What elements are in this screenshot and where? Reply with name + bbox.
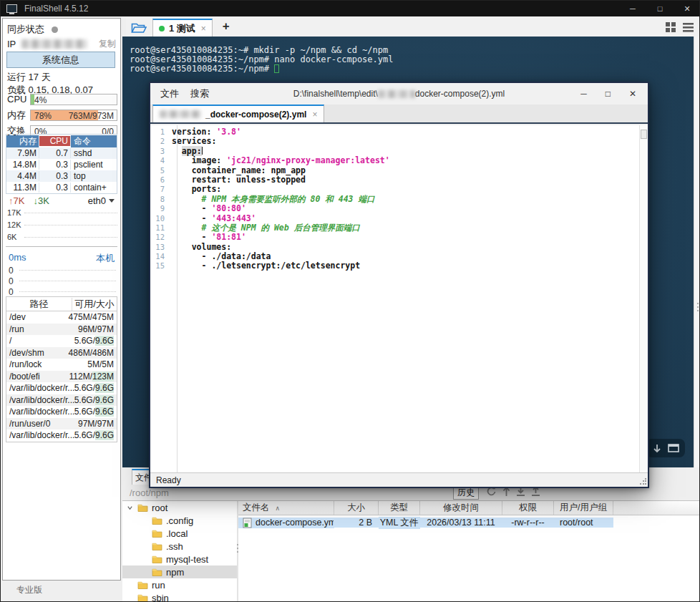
disk-row[interactable]: /run96M/97M [6, 324, 117, 336]
editor-menu-search[interactable]: 搜索 [190, 87, 209, 100]
tree-item-root[interactable]: root [122, 501, 237, 514]
process-header-2[interactable]: 命令 [71, 135, 117, 147]
session-tab-close-icon[interactable]: × [201, 24, 206, 34]
file-header-1[interactable]: 大小 [334, 501, 379, 515]
editor-content[interactable]: 1version: '3.8'2services:3 app:4 image: … [150, 125, 648, 472]
disk-row[interactable]: /dev475M/475M [6, 311, 117, 324]
process-row[interactable]: 14.8M0.3psclient [6, 159, 117, 170]
process-row[interactable]: 7.9M0.7sshd [6, 147, 117, 159]
terminal-float-toolbar [646, 439, 685, 457]
disk-row[interactable]: /var/lib/docker/r...5.6G/9.6G [6, 394, 117, 407]
file-header-2[interactable]: 类型 [379, 501, 420, 515]
window-controls: ─ □ ✕ [619, 1, 700, 16]
disk-total: 9.6G [95, 430, 114, 440]
disk-row[interactable]: /var/lib/docker/r...5.6G/9.6G [6, 382, 117, 394]
folder-icon [137, 593, 148, 601]
disk-row[interactable]: /run/user/097M/97M [6, 418, 117, 430]
grid-layout-icon[interactable] [666, 22, 676, 32]
file-header-4[interactable]: 权限 [502, 501, 554, 515]
editor-scrollbar[interactable] [639, 125, 648, 472]
tree-item-.ssh[interactable]: .ssh [122, 540, 237, 553]
minimize-button[interactable]: ─ [619, 1, 646, 16]
disk-table: 路径 可用/大小 /dev475M/475M/run96M/97M/5.6G/9… [6, 296, 117, 442]
process-row[interactable]: 11.3M0.3contain+ [6, 182, 117, 193]
line-number: 5 [150, 166, 172, 175]
disk-path: /dev/shm [9, 348, 69, 358]
disk-col-path[interactable]: 路径 [6, 298, 72, 311]
editor-minimize-button[interactable]: ─ [580, 89, 587, 99]
process-row[interactable]: 4.4M0.3top [6, 170, 117, 182]
ping-line [19, 270, 116, 271]
editor-menu-file[interactable]: 文件 [160, 87, 179, 100]
line-number: 13 [150, 243, 172, 252]
window-mode-icon[interactable] [668, 444, 679, 452]
editor-tab-close-icon[interactable]: × [312, 110, 317, 120]
tree-chevron-icon[interactable] [127, 505, 134, 511]
code-line: 9 - '80:80' [150, 204, 648, 213]
session-tab[interactable]: 1 测试 × [152, 19, 213, 37]
upload-rate: 7K [14, 195, 25, 206]
tree-item-sbin[interactable]: sbin [122, 591, 237, 601]
tree-item-.config[interactable]: .config [122, 514, 237, 527]
editor-close-button[interactable]: ✕ [629, 89, 636, 99]
file-row[interactable]: docker-compose.yml2 BYML 文件2026/03/13 11… [238, 515, 699, 530]
terminal-prompt-line: root@ser435010084235:~/npm# [130, 64, 694, 74]
editor-maximize-button[interactable]: □ [606, 89, 611, 99]
disk-path: /dev [9, 312, 69, 322]
ping-host[interactable]: 本机 [96, 252, 115, 265]
interface-dropdown[interactable]: eth0 [88, 195, 115, 206]
line-number: 3 [150, 147, 172, 156]
tree-item-run[interactable]: run [122, 578, 237, 591]
editor-file-tab[interactable]: _docker-compose(2).yml × [152, 105, 324, 122]
disk-path: /run/lock [9, 359, 87, 369]
ping-value: 0 [9, 276, 14, 286]
process-cmd: psclient [71, 160, 117, 170]
line-number: 10 [150, 214, 172, 223]
terminal-scrollbar[interactable] [694, 37, 700, 467]
code-segment: - [172, 213, 211, 223]
process-header-1[interactable]: CPU [39, 136, 71, 146]
folder-icon [137, 503, 148, 512]
disk-col-size[interactable]: 可用/大小 [72, 298, 117, 311]
code-segment: '81:81' [211, 232, 246, 242]
file-header-0[interactable]: 文件名∧ [238, 501, 334, 515]
open-folder-icon[interactable] [131, 22, 147, 34]
current-path[interactable]: /root/npm [130, 487, 169, 498]
disk-row[interactable]: /run/lock5M/5M [6, 359, 117, 371]
code-segment: - ./data:/data [172, 251, 271, 261]
code-line: 4 image: 'jc21/nginx-proxy-manager:lates… [150, 156, 648, 165]
disk-row[interactable]: /var/lib/docker/r...5.6G/9.6G [6, 429, 117, 442]
process-header-0[interactable]: 内存 [6, 135, 39, 147]
disk-size: 5.6G/9.6G [74, 407, 114, 417]
disk-total: 475M [92, 312, 114, 322]
tree-item-.local[interactable]: .local [122, 527, 237, 540]
code-segment: volumes: [172, 242, 231, 252]
file-header-3[interactable]: 修改时间 [420, 501, 502, 515]
code-text: services: [172, 137, 216, 146]
resize-grip[interactable] [639, 478, 646, 485]
tree-item-mysql-test[interactable]: mysql-test [122, 553, 237, 565]
close-button[interactable]: ✕ [674, 1, 700, 16]
disk-row[interactable]: /boot/efi112M/123M [6, 371, 117, 383]
disk-size: 475M/475M [69, 312, 114, 322]
code-segment: restart: unless-stopped [172, 175, 306, 185]
system-info-button[interactable]: 系统信息 [6, 52, 115, 68]
editor-scroll-thumb[interactable] [641, 130, 647, 139]
tree-item-npm[interactable]: npm [122, 565, 237, 578]
maximize-button[interactable]: □ [646, 1, 674, 16]
scroll-down-icon[interactable] [653, 444, 661, 453]
file-size: 2 B [334, 518, 379, 528]
disk-row[interactable]: /5.6G/9.6G [6, 335, 117, 347]
disk-row[interactable]: /dev/shm486M/486M [6, 347, 117, 359]
file-header-5[interactable]: 用户/用户组 [554, 501, 613, 515]
menu-list-icon[interactable] [683, 23, 694, 32]
code-segment: version: [172, 127, 211, 137]
disk-row[interactable]: /var/lib/docker/r...5.6G/9.6G [6, 406, 117, 418]
new-tab-button[interactable]: + [223, 19, 230, 34]
copy-ip-link[interactable]: 复制 [99, 38, 116, 50]
file-manager-panel: root.config.local.sshmysql-testnpmrunsbi… [122, 500, 699, 601]
disk-table-header: 路径 可用/大小 [6, 297, 117, 311]
process-table-header: 内存CPU命令 [6, 135, 117, 147]
code-text: volumes: [172, 243, 231, 252]
editor-status-text: Ready [156, 475, 181, 485]
